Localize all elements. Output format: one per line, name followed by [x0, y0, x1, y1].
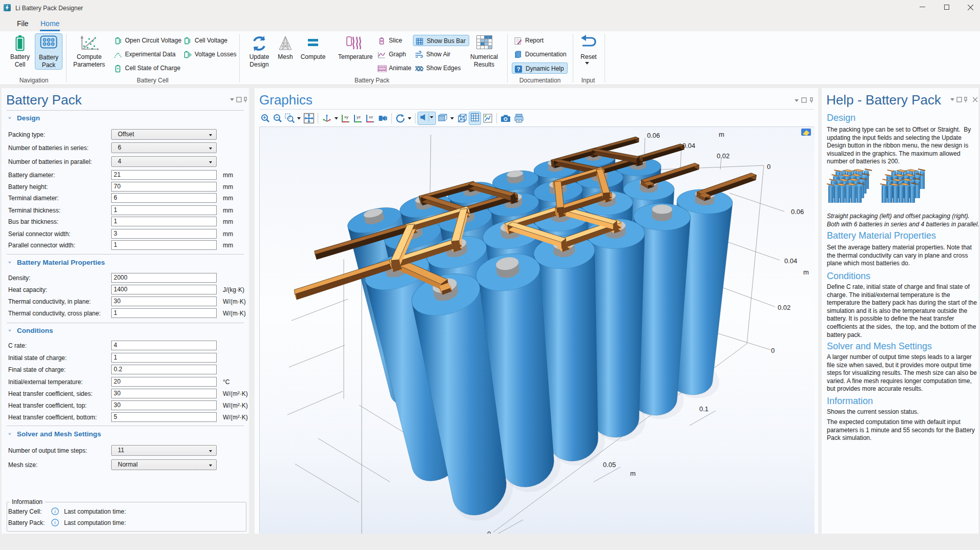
svg-text:m: m [630, 470, 636, 477]
svg-text:0.06: 0.06 [647, 132, 660, 139]
svg-text:i: i [54, 520, 56, 525]
svg-text:0.04: 0.04 [784, 257, 797, 265]
svg-text:?: ? [517, 66, 520, 72]
svg-text:m: m [719, 131, 724, 138]
svg-text:0: 0 [487, 530, 491, 534]
svg-text:0.1: 0.1 [699, 405, 708, 413]
svg-text:0.02: 0.02 [717, 152, 729, 160]
svg-text:0.06: 0.06 [791, 208, 804, 216]
svg-text:i: i [54, 509, 56, 514]
svg-text:0: 0 [771, 347, 775, 354]
svg-text:0.05: 0.05 [603, 461, 616, 469]
svg-text:0.04: 0.04 [682, 142, 695, 150]
svg-text:xz: xz [369, 115, 373, 119]
svg-text:0: 0 [767, 163, 770, 171]
svg-text:xy: xy [344, 115, 348, 119]
svg-text:m: m [803, 268, 809, 276]
svg-text:yz: yz [357, 115, 361, 119]
svg-text:0.02: 0.02 [778, 304, 790, 311]
